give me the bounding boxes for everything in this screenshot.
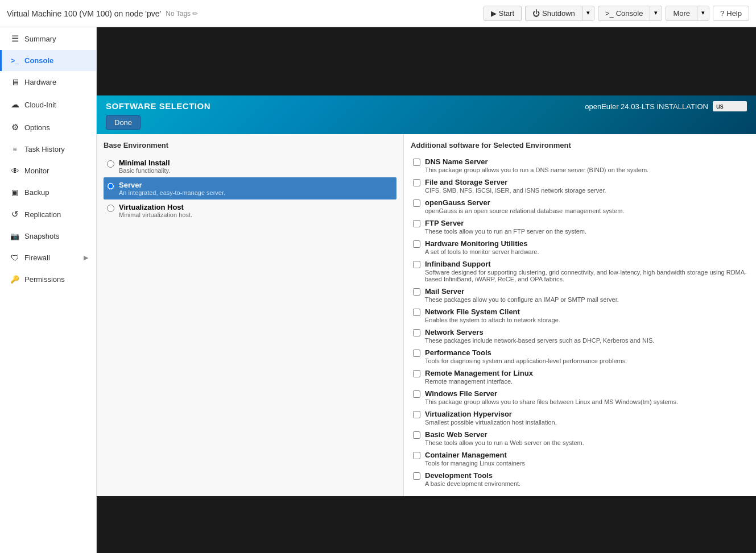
addon-checkbox-6[interactable] bbox=[413, 288, 420, 296]
addon-checkbox-7[interactable] bbox=[413, 309, 420, 316]
sidebar-item-replication[interactable]: ↺ Replication bbox=[0, 203, 96, 226]
addon-checkbox-4[interactable] bbox=[413, 240, 420, 248]
addon-checkbox-1[interactable] bbox=[413, 179, 420, 186]
console-button[interactable]: >_ Console bbox=[598, 6, 650, 21]
addon-desc-9: Tools for diagnosing system and applicat… bbox=[425, 357, 627, 364]
addon-checkbox-2[interactable] bbox=[413, 199, 420, 207]
addon-name-2: openGauss Server bbox=[425, 198, 624, 207]
permissions-icon: 🔑 bbox=[10, 275, 20, 284]
additional-item-1: File and Storage Server CIFS, SMB, NFS, … bbox=[411, 176, 749, 196]
sidebar-label-monitor: Monitor bbox=[24, 167, 49, 175]
sidebar-item-snapshots[interactable]: 📷 Snapshots bbox=[0, 226, 96, 247]
env-name-minimal: Minimal Install bbox=[119, 159, 170, 167]
env-radio-virt-host[interactable] bbox=[107, 205, 114, 212]
start-button[interactable]: ▶ Start bbox=[484, 6, 522, 21]
addon-name-15: Development Tools bbox=[425, 471, 520, 480]
env-option-minimal[interactable]: Minimal Install Basic functionality. bbox=[104, 155, 396, 177]
addon-name-8: Network Servers bbox=[425, 328, 654, 336]
sidebar-item-console[interactable]: >_ Console bbox=[0, 50, 96, 71]
env-option-virt-host[interactable]: Virtualization Host Minimal virtualizati… bbox=[104, 199, 396, 222]
replication-icon: ↺ bbox=[10, 209, 20, 219]
additional-item-14: Container Management Tools for managing … bbox=[411, 448, 749, 469]
env-radio-server[interactable] bbox=[107, 182, 114, 190]
addon-checkbox-10[interactable] bbox=[413, 370, 420, 377]
additional-item-7: Network File System Client Enables the s… bbox=[411, 305, 749, 326]
monitor-icon: 👁 bbox=[10, 166, 20, 176]
addon-name-3: FTP Server bbox=[425, 219, 586, 227]
addon-checkbox-14[interactable] bbox=[413, 452, 420, 459]
additional-item-4: Hardware Monitoring Utilities A set of t… bbox=[411, 237, 749, 257]
additional-item-11: Windows File Server This package group a… bbox=[411, 387, 749, 408]
addon-name-4: Hardware Monitoring Utilities bbox=[425, 239, 539, 248]
sidebar-label-options: Options bbox=[24, 123, 50, 132]
addon-name-7: Network File System Client bbox=[425, 307, 560, 316]
additional-header: Additional software for Selected Environ… bbox=[411, 141, 749, 149]
addon-name-6: Mail Server bbox=[425, 287, 619, 296]
firewall-icon: 🛡 bbox=[10, 253, 20, 263]
more-dropdown-arrow[interactable]: ▾ bbox=[697, 6, 709, 21]
sidebar-label-backup: Backup bbox=[24, 188, 49, 197]
additional-item-2: openGauss Server openGauss is an open so… bbox=[411, 196, 749, 217]
help-button[interactable]: ? Help bbox=[713, 6, 749, 21]
sidebar-item-summary[interactable]: ☰ Summary bbox=[0, 27, 96, 50]
sidebar-item-options[interactable]: ⚙ Options bbox=[0, 116, 96, 139]
additional-item-3: FTP Server These tools allow you to run … bbox=[411, 217, 749, 237]
additional-item-13: Basic Web Server These tools allow you t… bbox=[411, 428, 749, 448]
sidebar-item-firewall[interactable]: 🛡 Firewall ▶ bbox=[0, 247, 96, 269]
main-content: SOFTWARE SELECTION Done openEuler 24.03-… bbox=[97, 27, 756, 553]
console-dropdown-arrow[interactable]: ▾ bbox=[650, 6, 662, 21]
language-input[interactable] bbox=[713, 101, 747, 111]
options-icon: ⚙ bbox=[10, 122, 20, 132]
addon-name-9: Performance Tools bbox=[425, 348, 627, 357]
env-desc-virt-host: Minimal virtualization host. bbox=[119, 211, 192, 218]
shutdown-split-button: ⏻ Shutdown ▾ bbox=[525, 6, 594, 21]
addon-desc-11: This package group allows you to share f… bbox=[425, 398, 678, 405]
vm-title: Virtual Machine 100 (VM 100) on node 'pv… bbox=[7, 9, 161, 18]
addon-desc-12: Smallest possible virtualization host in… bbox=[425, 419, 557, 426]
sidebar-item-cloud-init[interactable]: ☁ Cloud-Init bbox=[0, 93, 96, 116]
additional-software-column: Additional software for Selected Environ… bbox=[404, 134, 756, 496]
shutdown-button[interactable]: ⏻ Shutdown bbox=[525, 6, 582, 21]
additional-item-15: Development Tools A basic development en… bbox=[411, 469, 749, 489]
sidebar-label-permissions: Permissions bbox=[24, 275, 65, 284]
addon-checkbox-9[interactable] bbox=[413, 350, 420, 357]
addon-checkbox-13[interactable] bbox=[413, 431, 420, 439]
addon-checkbox-0[interactable] bbox=[413, 159, 420, 166]
more-button[interactable]: More bbox=[666, 6, 697, 21]
done-button[interactable]: Done bbox=[106, 115, 141, 130]
addon-name-0: DNS Name Server bbox=[425, 157, 648, 166]
console-icon: >_ bbox=[605, 9, 614, 18]
console-top-area bbox=[97, 27, 756, 95]
addon-checkbox-12[interactable] bbox=[413, 411, 420, 418]
addon-name-11: Windows File Server bbox=[425, 389, 678, 398]
sw-header-left: SOFTWARE SELECTION Done bbox=[106, 101, 210, 130]
env-radio-minimal[interactable] bbox=[107, 160, 114, 168]
env-option-server[interactable]: Server An integrated, easy-to-manage ser… bbox=[104, 177, 396, 199]
addon-checkbox-3[interactable] bbox=[413, 220, 420, 227]
sidebar-item-permissions[interactable]: 🔑 Permissions bbox=[0, 269, 96, 290]
sidebar-label-summary: Summary bbox=[24, 35, 56, 43]
sidebar-item-backup[interactable]: ▣ Backup bbox=[0, 182, 96, 203]
firewall-expand-icon[interactable]: ▶ bbox=[84, 254, 88, 261]
addon-checkbox-15[interactable] bbox=[413, 472, 420, 480]
addon-desc-6: These packages allow you to configure an… bbox=[425, 296, 619, 303]
additional-item-9: Performance Tools Tools for diagnosing s… bbox=[411, 346, 749, 367]
sidebar-item-task-history[interactable]: ≡ Task History bbox=[0, 139, 96, 160]
addon-checkbox-8[interactable] bbox=[413, 329, 420, 336]
shutdown-dropdown-arrow[interactable]: ▾ bbox=[582, 6, 594, 21]
addon-desc-2: openGauss is an open source relational d… bbox=[425, 207, 624, 214]
software-selection-panel: SOFTWARE SELECTION Done openEuler 24.03-… bbox=[97, 95, 756, 496]
sidebar-item-monitor[interactable]: 👁 Monitor bbox=[0, 160, 96, 182]
snapshots-icon: 📷 bbox=[10, 232, 20, 240]
power-icon: ⏻ bbox=[532, 9, 540, 18]
edit-icon[interactable]: ✏ bbox=[192, 10, 198, 18]
additional-list: DNS Name Server This package group allow… bbox=[411, 155, 749, 489]
more-split-button: More ▾ bbox=[666, 6, 709, 21]
additional-item-0: DNS Name Server This package group allow… bbox=[411, 155, 749, 176]
addon-desc-4: A set of tools to monitor server hardwar… bbox=[425, 248, 539, 255]
sidebar-item-hardware[interactable]: 🖥 Hardware bbox=[0, 71, 96, 93]
addon-checkbox-5[interactable] bbox=[413, 261, 420, 268]
addon-name-13: Basic Web Server bbox=[425, 430, 584, 439]
addon-checkbox-11[interactable] bbox=[413, 390, 420, 398]
console-icon: >_ bbox=[10, 57, 20, 65]
